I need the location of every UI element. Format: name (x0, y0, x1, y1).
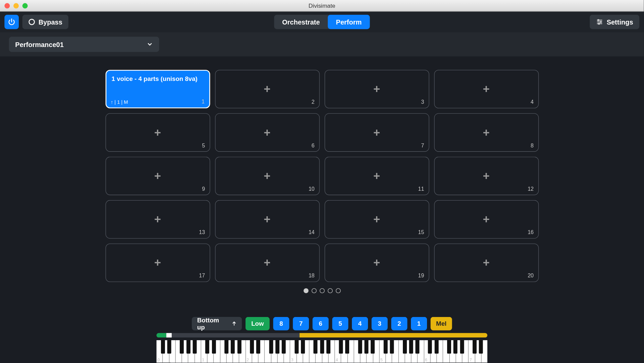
preset-slot-2[interactable]: +2 (215, 70, 320, 108)
black-key[interactable] (371, 340, 375, 354)
voice-button-1[interactable]: 1 (411, 317, 427, 330)
page-dot-2[interactable] (319, 288, 324, 293)
direction-button[interactable]: Bottom up (192, 317, 242, 330)
performance-select[interactable]: Performance01 (9, 37, 159, 52)
preset-slot-6[interactable]: +6 (215, 113, 320, 152)
black-key[interactable] (434, 340, 438, 354)
preset-slot-3[interactable]: +3 (324, 70, 429, 108)
black-key[interactable] (294, 340, 299, 354)
black-key[interactable] (269, 340, 273, 354)
black-key[interactable] (415, 340, 419, 354)
black-key[interactable] (479, 340, 483, 354)
black-key[interactable] (250, 340, 254, 354)
slot-number: 7 (421, 142, 424, 149)
octave-label: 7 (470, 358, 472, 362)
black-key[interactable] (365, 340, 369, 354)
preset-slot-5[interactable]: +5 (105, 113, 210, 152)
preset-slot-1[interactable]: 1 voice - 4 parts (unison 8va)↑ | 1 | M1 (105, 70, 210, 108)
preset-slot-20[interactable]: +20 (434, 243, 539, 282)
keyboard-zone-bar[interactable] (157, 333, 487, 337)
black-key[interactable] (186, 340, 190, 354)
black-key[interactable] (326, 340, 330, 354)
tab-orchestrate[interactable]: Orchestrate (274, 15, 328, 29)
power-icon (8, 18, 16, 26)
plus-icon: + (373, 169, 380, 183)
black-key[interactable] (237, 340, 241, 354)
black-key[interactable] (460, 340, 464, 354)
preset-slot-17[interactable]: +17 (105, 243, 210, 282)
tab-perform[interactable]: Perform (328, 15, 370, 29)
voice-button-8[interactable]: 8 (273, 317, 289, 330)
preset-slot-16[interactable]: +16 (434, 200, 539, 239)
black-key[interactable] (453, 340, 458, 354)
black-key[interactable] (231, 340, 235, 354)
black-key[interactable] (224, 340, 228, 354)
black-key[interactable] (180, 340, 184, 354)
black-key[interactable] (161, 340, 165, 354)
slot-number: 13 (199, 229, 205, 235)
preset-slot-10[interactable]: +10 (215, 157, 320, 195)
voice-button-3[interactable]: 3 (372, 317, 388, 330)
black-key[interactable] (345, 340, 350, 354)
black-key[interactable] (301, 340, 305, 354)
preset-slot-4[interactable]: +4 (434, 70, 539, 108)
bypass-button[interactable]: Bypass (22, 15, 69, 29)
page-dot-0[interactable] (303, 288, 308, 293)
preset-slot-9[interactable]: +9 (105, 157, 210, 195)
mel-button[interactable]: Mel (431, 317, 452, 330)
piano-keyboard[interactable]: 01234567 (157, 340, 487, 363)
voice-button-5[interactable]: 5 (332, 317, 348, 330)
voice-button-7[interactable]: 7 (293, 317, 309, 330)
black-key[interactable] (320, 340, 324, 354)
plus-icon: + (373, 213, 380, 226)
page-dot-1[interactable] (311, 288, 316, 293)
black-key[interactable] (428, 340, 432, 354)
plus-icon: + (154, 169, 161, 183)
page-dot-4[interactable] (335, 288, 340, 293)
main-area: 1 voice - 4 parts (unison 8va)↑ | 1 | M1… (0, 56, 644, 298)
octave-label: 6 (425, 358, 427, 362)
voice-button-2[interactable]: 2 (391, 317, 407, 330)
preset-slot-13[interactable]: +13 (105, 200, 210, 239)
voice-button-6[interactable]: 6 (313, 317, 329, 330)
preset-slot-18[interactable]: +18 (215, 243, 320, 282)
close-icon[interactable] (4, 3, 10, 8)
black-key[interactable] (212, 340, 216, 354)
black-key[interactable] (473, 340, 477, 354)
power-button[interactable] (4, 15, 19, 29)
page-dot-3[interactable] (327, 288, 332, 293)
black-key[interactable] (193, 340, 197, 354)
preset-slot-12[interactable]: +12 (434, 157, 539, 195)
preset-slot-8[interactable]: +8 (434, 113, 539, 152)
arrow-up-icon (231, 321, 236, 326)
black-key[interactable] (282, 340, 286, 354)
black-key[interactable] (275, 340, 279, 354)
slot-number: 8 (531, 142, 534, 149)
black-key[interactable] (205, 340, 209, 354)
plus-icon: + (154, 256, 161, 270)
voice-button-4[interactable]: 4 (352, 317, 368, 330)
maximize-icon[interactable] (22, 3, 28, 8)
slot-number: 2 (312, 99, 315, 105)
preset-slot-7[interactable]: +7 (324, 113, 429, 152)
preset-slot-19[interactable]: +19 (324, 243, 429, 282)
zone-handle[interactable] (166, 333, 172, 337)
settings-button[interactable]: Settings (590, 15, 639, 29)
slot-number: 3 (421, 99, 424, 105)
black-key[interactable] (390, 340, 394, 354)
black-key[interactable] (167, 340, 171, 354)
black-key[interactable] (339, 340, 343, 354)
black-key[interactable] (314, 340, 318, 354)
black-key[interactable] (447, 340, 451, 354)
low-button[interactable]: Low (246, 317, 270, 330)
preset-slot-15[interactable]: +15 (324, 200, 429, 239)
plus-icon: + (373, 256, 380, 270)
black-key[interactable] (402, 340, 407, 354)
black-key[interactable] (358, 340, 362, 354)
preset-slot-11[interactable]: +11 (324, 157, 429, 195)
black-key[interactable] (256, 340, 260, 354)
preset-slot-14[interactable]: +14 (215, 200, 320, 239)
black-key[interactable] (409, 340, 413, 354)
black-key[interactable] (383, 340, 387, 354)
minimize-icon[interactable] (13, 3, 19, 8)
